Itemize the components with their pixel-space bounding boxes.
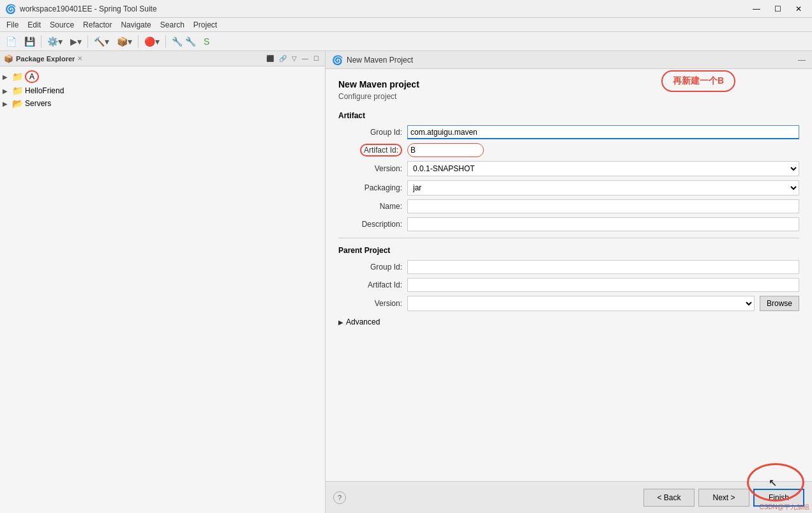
dialog-minimize-btn[interactable]: —	[798, 56, 806, 65]
dialog-bottombar: ? < Back Next > Finish	[326, 481, 812, 513]
parent-version-row: Version: Browse	[338, 296, 799, 311]
maven-dialog: 🌀 New Maven Project — New Maven project …	[326, 51, 812, 513]
minimize-panel-btn[interactable]: —	[300, 54, 310, 63]
maximize-panel-btn[interactable]: ☐	[312, 54, 321, 63]
description-row: Description:	[338, 217, 799, 231]
artifact-id-input[interactable]	[407, 143, 484, 157]
tools-btn[interactable]: 🔴▾	[141, 34, 163, 49]
extra-btn[interactable]: 🔧 🔧	[169, 34, 199, 49]
panel-actions: ⬛ 🔗 ▽ — ☐	[264, 54, 321, 63]
app-icon: 🌀	[5, 4, 16, 14]
advanced-arrow-icon: ▶	[338, 319, 343, 326]
a-label-annotated: A	[25, 70, 39, 83]
description-label: Description:	[338, 220, 402, 229]
name-row: Name:	[338, 199, 799, 213]
description-input[interactable]	[407, 217, 799, 231]
next-button[interactable]: Next >	[698, 489, 749, 507]
packaging-select[interactable]: jar war pom	[407, 180, 799, 195]
group-id-row: Group Id:	[338, 125, 799, 139]
close-view-icon[interactable]: ✕	[77, 55, 82, 62]
panel-menu-btn[interactable]: ▽	[290, 54, 299, 63]
link-btn[interactable]: 🔗	[277, 54, 289, 63]
artifact-section-header: Artifact	[338, 111, 799, 120]
tree-item-servers[interactable]: ▶ 📂 Servers	[0, 97, 325, 110]
menu-project[interactable]: Project	[190, 20, 221, 30]
new-btn[interactable]: 📄	[3, 34, 20, 49]
panel-title: Package Explorer	[16, 55, 75, 63]
menu-search[interactable]: Search	[156, 20, 188, 30]
parent-group-id-row: Group Id:	[338, 260, 799, 274]
title-bar: 🌀 workspace190401EE - Spring Tool Suite …	[0, 0, 812, 18]
parent-artifact-id-input[interactable]	[407, 278, 799, 292]
menu-source[interactable]: Source	[46, 20, 78, 30]
debug-btn[interactable]: ▶▾	[67, 34, 85, 49]
dialog-titlebar: 🌀 New Maven Project —	[326, 51, 812, 69]
advanced-label: Advanced	[346, 318, 380, 326]
parent-section-header: Parent Project	[338, 246, 799, 255]
left-panel: 📦 Package Explorer ✕ ⬛ 🔗 ▽ — ☐ ▶ 📁	[0, 51, 326, 513]
menu-file[interactable]: File	[3, 20, 22, 30]
parent-group-id-input[interactable]	[407, 260, 799, 274]
collapse-all-btn[interactable]: ⬛	[264, 54, 276, 63]
version-row: Version: 0.0.1-SNAPSHOT	[338, 161, 799, 176]
parent-version-label: Version:	[338, 299, 402, 308]
group-id-input[interactable]	[407, 125, 799, 139]
tree-item-a[interactable]: ▶ 📁 A	[0, 69, 325, 84]
dialog-subtitle: Configure project	[338, 92, 799, 101]
packaging-label: Packaging:	[338, 183, 402, 192]
build-btn[interactable]: 🔨▾	[91, 34, 112, 49]
panel-header: 📦 Package Explorer ✕ ⬛ 🔗 ▽ — ☐	[0, 51, 325, 66]
parent-artifact-id-row: Artifact Id:	[338, 278, 799, 292]
version-label: Version:	[338, 164, 402, 173]
tree-label-a: A	[25, 70, 39, 83]
artifact-id-label-annotated: Artifact Id:	[360, 144, 402, 157]
toolbar-sep-4	[165, 35, 166, 48]
folder-icon-servers: 📂	[12, 98, 23, 109]
minimize-btn[interactable]: —	[748, 4, 765, 13]
parent-version-select[interactable]	[407, 296, 755, 311]
tree-arrow-a: ▶	[3, 73, 10, 80]
menu-refactor[interactable]: Refactor	[79, 20, 116, 30]
title-text: workspace190401EE - Spring Tool Suite	[20, 4, 157, 13]
browse-button[interactable]: Browse	[760, 296, 799, 311]
toolbar-sep-3	[138, 35, 139, 48]
maximize-btn[interactable]: ☐	[769, 4, 786, 13]
tree-arrow-servers: ▶	[3, 100, 10, 107]
save-btn[interactable]: 💾	[21, 34, 38, 49]
toolbar-sep-1	[41, 35, 41, 48]
package-explorer-icon: 📦	[4, 54, 13, 63]
tree-label-hf: HelloFriend	[25, 86, 64, 95]
parent-artifact-id-label: Artifact Id:	[338, 280, 402, 289]
dialog-main-title: New Maven project	[338, 79, 799, 89]
run-btn[interactable]: ⚙️▾	[44, 34, 66, 49]
tree-item-hellofriend[interactable]: ▶ 📁 HelloFriend	[0, 84, 325, 97]
tree-arrow-hf: ▶	[3, 88, 10, 95]
close-btn[interactable]: ✕	[790, 4, 807, 13]
search2-btn[interactable]: 📦▾	[114, 34, 135, 49]
menu-navigate[interactable]: Navigate	[117, 20, 154, 30]
packaging-row: Packaging: jar war pom	[338, 180, 799, 195]
group-id-label: Group Id:	[338, 128, 402, 137]
divider-1	[338, 238, 799, 238]
package-explorer-tree: ▶ 📁 A ▶ 📁 HelloFriend ▶ 📂 Servers	[0, 66, 325, 513]
artifact-id-row: Artifact Id:	[338, 143, 799, 157]
project-icon-hf: 📁	[12, 86, 23, 96]
back-button[interactable]: < Back	[643, 489, 695, 507]
name-input[interactable]	[407, 199, 799, 213]
dialog-content: New Maven project Configure project 再新建一…	[326, 69, 812, 481]
version-select[interactable]: 0.0.1-SNAPSHOT	[407, 161, 799, 176]
advanced-toggle[interactable]: ▶ Advanced	[338, 315, 799, 329]
name-label: Name:	[338, 202, 402, 211]
finish-button[interactable]: Finish	[753, 489, 804, 507]
menu-edit[interactable]: Edit	[24, 20, 45, 30]
spring-btn[interactable]: S	[200, 34, 213, 49]
maven-icon: 🌀	[332, 55, 343, 65]
parent-group-id-label: Group Id:	[338, 263, 402, 272]
toolbar: 📄 💾 ⚙️▾ ▶▾ 🔨▾ 📦▾ 🔴▾ 🔧 🔧 S	[0, 32, 812, 51]
menu-bar: File Edit Source Refactor Navigate Searc…	[0, 18, 812, 32]
tree-label-servers: Servers	[25, 99, 51, 108]
project-icon-a: 📁	[12, 72, 23, 82]
artifact-id-label: Artifact Id:	[338, 146, 402, 155]
help-button[interactable]: ?	[333, 491, 346, 504]
dialog-title: New Maven Project	[347, 56, 413, 65]
